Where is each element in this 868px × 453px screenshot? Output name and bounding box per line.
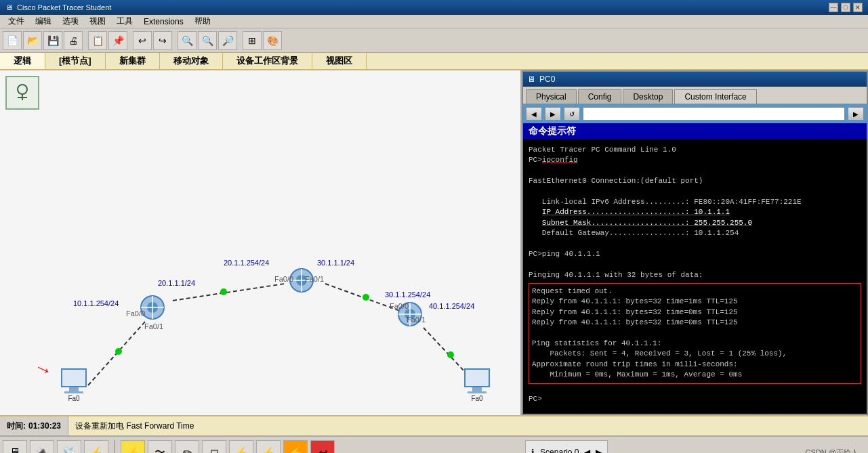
pc0-titlebar: 🖥 PC0 bbox=[523, 72, 867, 87]
pc0-icon[interactable]: Fa0 bbox=[61, 368, 87, 402]
cmd-content[interactable]: Packet Tracer PC Command Line 1.0 PC>ipc… bbox=[523, 139, 867, 414]
scroll-right[interactable]: ▶ bbox=[596, 448, 602, 453]
cmd-title: 命令提示符 bbox=[529, 125, 576, 136]
label-r2-ip2: 30.1.1.1/24 bbox=[317, 259, 354, 267]
bt-tool1[interactable]: ⚡ bbox=[121, 440, 145, 453]
bt-tool4[interactable]: ◻ bbox=[202, 440, 226, 453]
tb-redo[interactable]: ↪ bbox=[153, 31, 172, 50]
tab-root[interactable]: [根节点] bbox=[45, 53, 106, 69]
pc0-window: 🖥 PC0 Physical Config Desktop Custom Int… bbox=[522, 70, 868, 415]
menu-options[interactable]: 选项 bbox=[57, 14, 84, 28]
cmd-line-13: Pinging 40.1.1.1 with 32 bytes of data: bbox=[529, 270, 861, 280]
tab-physical[interactable]: Physical bbox=[526, 89, 577, 104]
bt-tool2[interactable]: 〜 bbox=[148, 440, 172, 453]
label-r3-ip2: 40.1.1.254/24 bbox=[429, 302, 474, 310]
pc1-icon[interactable]: Fa0 bbox=[464, 368, 490, 402]
label-r2-fa00: Fa0/0 bbox=[274, 275, 293, 283]
cmd-blank bbox=[532, 328, 858, 339]
bt-network-icon[interactable]: 🖥 bbox=[3, 440, 27, 453]
tab-workspace-bg[interactable]: 设备工作区背景 bbox=[223, 53, 312, 69]
tab-new-cluster[interactable]: 新集群 bbox=[106, 53, 160, 69]
close-button[interactable]: ✕ bbox=[853, 3, 863, 12]
tb-new[interactable]: 📄 bbox=[3, 31, 22, 50]
bt-wifi[interactable]: 📡 bbox=[57, 440, 81, 453]
cmd-line-5 bbox=[529, 187, 861, 197]
browser-urlbar[interactable] bbox=[583, 107, 845, 121]
tb-copy[interactable]: 📋 bbox=[88, 31, 107, 50]
scroll-left[interactable]: ◀ bbox=[584, 448, 590, 453]
status-time-label: 时间: bbox=[7, 420, 26, 432]
tb-save[interactable]: 💾 bbox=[43, 31, 62, 50]
tab-custom-interface[interactable]: Custom Interface bbox=[674, 89, 756, 104]
toolbar: 📄 📂 💾 🖨 📋 📌 ↩ ↪ 🔍 🔍 🔎 ⊞ 🎨 bbox=[0, 28, 868, 53]
svg-point-8 bbox=[220, 288, 227, 295]
statusbar: 时间: 01:30:23 设备重新加电 Fast Forward Time bbox=[0, 415, 868, 435]
cmd-line-1: Packet Tracer PC Command Line 1.0 bbox=[529, 145, 861, 155]
browser-go[interactable]: ▶ bbox=[848, 107, 864, 121]
cmd-line-2: PC>ipconfig bbox=[529, 155, 861, 165]
bt-tool7[interactable]: ⚡ bbox=[283, 440, 308, 453]
tb-zoom-in[interactable]: 🔍 bbox=[178, 31, 197, 50]
label-r3-fa00: Fa0/0 bbox=[390, 302, 409, 310]
tab-move-objects[interactable]: 移动对象 bbox=[160, 53, 223, 69]
bt-tool5[interactable]: ⚡ bbox=[229, 440, 253, 453]
cmd-prompt-final: PC> bbox=[529, 394, 861, 404]
cmd-line-10 bbox=[529, 239, 861, 249]
red-arrow: → bbox=[30, 355, 57, 383]
status-message: 设备重新加电 Fast Forward Time bbox=[68, 420, 868, 432]
svg-point-10 bbox=[447, 351, 454, 358]
label-r1-ip1: 10.1.1.254/24 bbox=[73, 299, 119, 307]
cmd-result-box: Request timed out. Reply from 40.1.1.1: … bbox=[529, 283, 861, 384]
bt-tool3[interactable]: ✏ bbox=[175, 440, 199, 453]
label-r1-ip2: 20.1.1.1/24 bbox=[158, 279, 195, 287]
tab-desktop[interactable]: Desktop bbox=[623, 89, 673, 104]
minimize-button[interactable]: — bbox=[829, 3, 838, 12]
tb-grid[interactable]: ⊞ bbox=[243, 31, 262, 50]
info-icon: ℹ bbox=[531, 448, 535, 453]
svg-point-9 bbox=[363, 294, 369, 301]
tb-open[interactable]: 📂 bbox=[23, 31, 42, 50]
tb-undo[interactable]: ↩ bbox=[133, 31, 152, 50]
bt-tool6[interactable]: ⚡ bbox=[256, 440, 281, 453]
bt-tool8[interactable]: ↩ bbox=[310, 440, 335, 453]
tab-logic[interactable]: 逻辑 bbox=[0, 53, 45, 69]
pc0-tabs: Physical Config Desktop Custom Interface bbox=[523, 87, 867, 104]
browser-refresh[interactable]: ↺ bbox=[564, 107, 580, 121]
label-r3-fa01: Fa0/1 bbox=[407, 316, 426, 324]
tabbar: 逻辑 [根节点] 新集群 移动对象 设备工作区背景 视图区 bbox=[0, 53, 868, 70]
tb-print[interactable]: 🖨 bbox=[64, 31, 83, 50]
bt-devices[interactable]: ⚡ bbox=[84, 440, 108, 453]
tb-zoom-out[interactable]: 🔍 bbox=[198, 31, 217, 50]
cmd-line-4: FastEthernet0 Connection:(default port) bbox=[529, 176, 861, 186]
browser-forward[interactable]: ▶ bbox=[545, 107, 561, 121]
cmd-stats-approx: Approximate round trip times in milli-se… bbox=[532, 360, 858, 370]
maximize-button[interactable]: □ bbox=[841, 3, 850, 12]
tb-paste[interactable]: 📌 bbox=[108, 31, 127, 50]
menu-file[interactable]: 文件 bbox=[3, 14, 30, 28]
tab-config[interactable]: Config bbox=[578, 89, 622, 104]
cmd-timeout: Request timed out. bbox=[532, 286, 858, 297]
menu-help[interactable]: 帮助 bbox=[189, 14, 216, 28]
cmd-window[interactable]: 命令提示符 Packet Tracer PC Command Line 1.0 … bbox=[523, 123, 867, 414]
tab-view-area[interactable]: 视图区 bbox=[312, 53, 367, 69]
cmd-line-12 bbox=[529, 259, 861, 269]
network-svg bbox=[0, 70, 522, 415]
cmd-prompt-end bbox=[529, 384, 861, 394]
bt-switch[interactable]: 🔌 bbox=[30, 440, 54, 453]
menu-view[interactable]: 视图 bbox=[84, 14, 111, 28]
menu-tools[interactable]: 工具 bbox=[111, 14, 138, 28]
browser-back[interactable]: ◀ bbox=[526, 107, 542, 121]
tb-zoom-fit[interactable]: 🔎 bbox=[218, 31, 237, 50]
svg-point-7 bbox=[115, 348, 122, 355]
tb-palette[interactable]: 🎨 bbox=[263, 31, 282, 50]
label-pc0-ip: 10.1.1.1/24 bbox=[60, 414, 97, 415]
cmd-line-11: PC>ping 40.1.1.1 bbox=[529, 249, 861, 259]
pc0-browser: ◀ ▶ ↺ ▶ bbox=[523, 104, 867, 123]
app-icon: 🖥 bbox=[5, 3, 13, 12]
cmd-stats-title: Ping statistics for 40.1.1.1: bbox=[532, 339, 858, 349]
menu-edit[interactable]: 编辑 bbox=[30, 14, 57, 28]
cmd-line-9: Default Gateway.................: 10.1.1… bbox=[529, 228, 861, 238]
pc0-icon-sm: 🖥 bbox=[527, 74, 535, 84]
svg-line-3 bbox=[88, 321, 146, 385]
menu-extensions[interactable]: Extensions bbox=[138, 16, 189, 28]
